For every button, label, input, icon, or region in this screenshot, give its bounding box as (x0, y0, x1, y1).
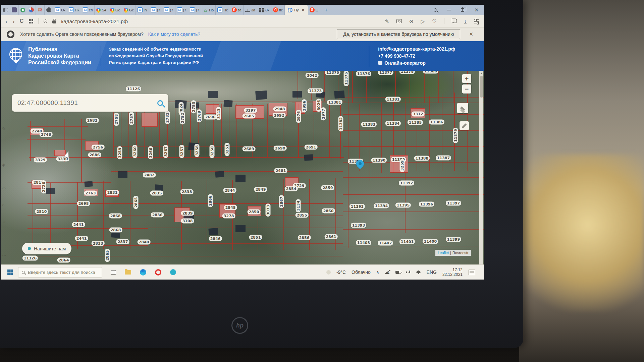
parcel-label[interactable]: 2849 (254, 187, 267, 192)
parcel-label[interactable]: 11126 (126, 86, 141, 92)
parcel-label[interactable]: 3258 (195, 144, 200, 157)
pinned-tab[interactable]: Gс (108, 5, 122, 15)
weather-text[interactable]: Облачно (352, 269, 371, 275)
pinned-tab[interactable] (10, 5, 19, 15)
parcel-label[interactable]: 2753 (191, 101, 196, 114)
app-button[interactable] (170, 269, 176, 275)
sidebar-icon[interactable]: ○ (2, 202, 5, 207)
close-window-button[interactable]: ✕ (474, 7, 479, 13)
parcel-label[interactable]: 3033 (266, 204, 271, 217)
parcel-label[interactable]: 11386 (429, 120, 444, 125)
back-button[interactable]: ‹ (5, 18, 7, 24)
parcel-label[interactable]: 3251 (225, 143, 230, 156)
battery-icon[interactable] (395, 271, 401, 274)
extensions-cube-icon[interactable] (453, 19, 457, 23)
volume-icon[interactable] (407, 271, 410, 274)
pinned-tab[interactable]: ↓3а (244, 5, 257, 15)
snapshot-icon[interactable] (396, 19, 402, 23)
pinned-tab[interactable]: S4 (95, 5, 108, 15)
parcel-label[interactable]: 2756 (92, 145, 105, 150)
network-icon[interactable] (416, 270, 421, 274)
pinned-tab[interactable]: Яза (230, 5, 244, 15)
online-operator[interactable]: Онлайн-оператор (378, 60, 455, 67)
sidebar-icon[interactable]: ✎ (2, 126, 6, 131)
parcel-label[interactable]: 11403 (356, 240, 371, 245)
parcel-label[interactable]: 2844 (223, 188, 236, 193)
parcel-label[interactable]: 2810 (35, 209, 48, 214)
sidebar-toggle-icon[interactable] (1, 5, 10, 15)
pinned-tab[interactable]: Эк (257, 5, 271, 15)
minimize-button[interactable] (447, 10, 451, 10)
parcel-label[interactable]: 11381 (385, 97, 401, 102)
parcel-label[interactable]: 3134 (296, 199, 301, 213)
pinned-tab[interactable]: ✉Пс (216, 5, 230, 15)
parcel-label[interactable]: 11397 (446, 201, 461, 206)
pinned-tab[interactable]: FVN SUN (36, 5, 45, 15)
parcel-label[interactable]: 11399 (446, 237, 461, 242)
parcel-label[interactable]: 11393 (351, 223, 366, 228)
parcel-label[interactable]: 11393 (350, 204, 365, 209)
pinned-tab[interactable]: ⌂Пр (201, 5, 216, 15)
forward-button[interactable]: › (12, 18, 14, 24)
parcel-label[interactable]: 3312 (412, 112, 425, 117)
cadastral-map[interactable]: 1112630421137511375113761137711378113801… (1, 71, 484, 264)
close-notification-icon[interactable]: ✕ (469, 31, 473, 37)
onedrive-icon[interactable]: ☁ (385, 269, 390, 275)
pinned-tab[interactable]: ✉Пк (67, 5, 81, 15)
parcel-label[interactable]: 2859 (321, 185, 334, 190)
parcel-label[interactable]: 2441 (75, 236, 88, 241)
reload-button[interactable]: C (20, 18, 24, 24)
parcel-label[interactable]: 2976 (296, 110, 301, 123)
parcel-label[interactable]: 2748 (40, 132, 53, 137)
close-tab-icon[interactable]: ✕ (302, 8, 305, 12)
parcel-label[interactable]: 11384 (385, 121, 401, 126)
parcel-label[interactable]: 2691 (305, 145, 318, 150)
parcel-label[interactable]: 11402 (378, 241, 393, 246)
pinned-tab[interactable]: ✉IN (136, 5, 149, 15)
parcel-label[interactable]: 2482 (143, 173, 156, 178)
parcel-label[interactable]: 2833 (92, 241, 105, 246)
pinned-tab[interactable] (19, 5, 27, 15)
pinned-tab[interactable]: ✉(7 (175, 5, 189, 15)
parcel-label[interactable]: 2481 (274, 168, 287, 173)
parcel-label[interactable]: 11379 (453, 128, 458, 143)
parcel-label[interactable]: 3259 (400, 159, 405, 172)
layers-button[interactable] (457, 103, 468, 113)
parcel-label[interactable]: 11390 (371, 158, 387, 163)
parcel-label[interactable]: 2854 (285, 186, 298, 191)
downloads-icon[interactable]: ↓ (464, 19, 467, 23)
zoom-out-button[interactable]: − (462, 84, 471, 94)
speed-dial-icon[interactable] (29, 19, 33, 23)
pinned-tab[interactable]: Япс (271, 5, 285, 15)
parcel-label[interactable]: 2851 (249, 235, 262, 240)
pinned-tab[interactable]: Gс (122, 5, 136, 15)
parcel-label[interactable]: 11380 (423, 71, 438, 74)
language-indicator[interactable]: ENG (427, 269, 437, 275)
scroll-up-icon[interactable]: ▲ (480, 71, 483, 75)
page-scrollbar[interactable]: ▲ (479, 71, 483, 264)
block-icon[interactable]: ⊗ (409, 19, 414, 24)
parcel-label[interactable]: 11381 (327, 100, 342, 105)
parcel-label[interactable]: 3026 (316, 99, 321, 112)
parcel-label[interactable]: 2864 (57, 258, 70, 263)
parcel-label[interactable]: 11395 (395, 203, 411, 208)
edit-icon[interactable]: ✎ (385, 19, 389, 24)
parcel-label[interactable]: 11373 (308, 88, 323, 94)
bookmark-heart-icon[interactable]: ♡ (432, 19, 436, 24)
parcel-label[interactable]: 2836 (151, 213, 164, 218)
file-explorer-button[interactable] (125, 270, 131, 275)
parcel-label[interactable]: 11377 (378, 71, 393, 75)
temperature[interactable]: -9°C (336, 269, 346, 275)
parcel-label[interactable]: 2698 (77, 201, 90, 206)
pinned-tab[interactable]: ✉О- (53, 5, 67, 15)
parcel-label[interactable]: 2868 (109, 214, 122, 219)
scrollbar-thumb[interactable] (480, 76, 483, 98)
contact-email[interactable]: info@кадастровая-карта-2021.рф (378, 46, 455, 53)
parcel-label[interactable]: 11388 (414, 156, 430, 161)
parcel-label[interactable]: 3278 (222, 214, 235, 219)
parcel-label[interactable]: 2686 (88, 153, 101, 158)
notification-center-icon[interactable] (468, 269, 475, 275)
parcel-label[interactable]: 2685 (243, 114, 256, 119)
active-tab[interactable]: Пу✕ (285, 5, 308, 15)
parcel-label[interactable]: 11400 (423, 239, 438, 244)
